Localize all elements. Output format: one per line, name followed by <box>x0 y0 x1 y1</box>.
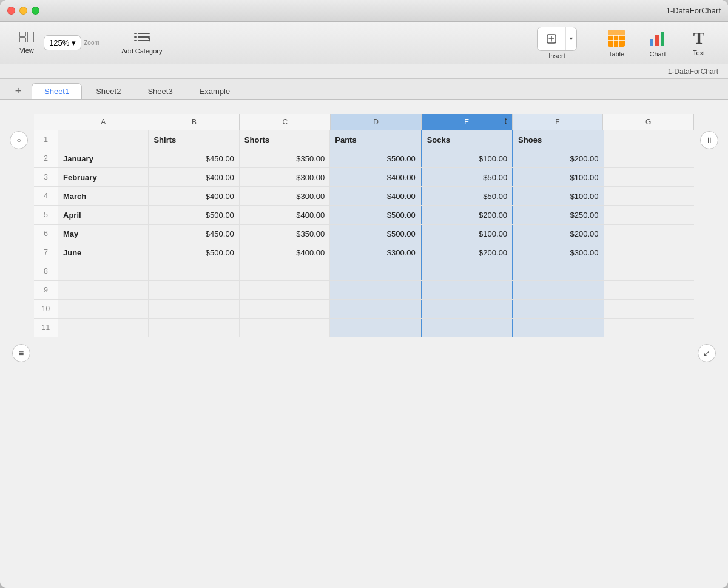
cell-1-d[interactable]: Pants <box>330 130 420 149</box>
cell-8-a[interactable] <box>58 262 149 280</box>
cell-10-g[interactable] <box>604 300 694 318</box>
tab-sheet2[interactable]: Sheet2 <box>83 83 133 99</box>
col-header-b[interactable]: B <box>149 114 240 130</box>
cell-11-c[interactable] <box>240 319 330 337</box>
cell-2-b[interactable]: $450.00 <box>149 149 239 167</box>
view-button[interactable]: View <box>10 28 44 58</box>
cell-3-f[interactable]: $100.00 <box>513 168 604 186</box>
zoom-dropdown[interactable]: 125% ▾ <box>44 35 81 50</box>
cell-11-b[interactable] <box>149 319 239 337</box>
cell-9-c[interactable] <box>240 281 330 299</box>
cell-10-c[interactable] <box>240 300 330 318</box>
col-header-d[interactable]: D <box>331 114 422 130</box>
cell-1-b[interactable]: Shirts <box>149 130 239 149</box>
cell-5-b[interactable]: $500.00 <box>149 206 239 224</box>
add-category-button[interactable]: ▾ Add Category <box>115 27 169 58</box>
cell-6-f[interactable]: $200.00 <box>513 225 604 243</box>
cell-2-g[interactable] <box>604 149 694 167</box>
cell-6-c[interactable]: $350.00 <box>240 225 330 243</box>
cell-7-a[interactable]: June <box>58 243 149 262</box>
cell-7-c[interactable]: $400.00 <box>240 243 330 262</box>
cell-8-f[interactable] <box>513 262 604 280</box>
cell-3-a[interactable]: February <box>58 168 149 186</box>
cell-6-b[interactable]: $450.00 <box>149 225 239 243</box>
cell-5-e[interactable]: $200.00 <box>421 206 513 224</box>
cell-10-d[interactable] <box>330 300 420 318</box>
cell-5-a[interactable]: April <box>58 206 149 224</box>
circle-left-button[interactable]: ○ <box>10 131 28 149</box>
cell-10-e[interactable] <box>421 300 513 318</box>
cell-8-d[interactable] <box>330 262 420 280</box>
bottom-left-button[interactable]: ≡ <box>12 344 30 362</box>
cell-5-c[interactable]: $400.00 <box>240 206 330 224</box>
cell-9-d[interactable] <box>330 281 420 299</box>
cell-1-g[interactable] <box>604 130 694 149</box>
circle-right-button[interactable]: ⏸ <box>700 131 718 149</box>
cell-4-g[interactable] <box>604 187 694 205</box>
cell-11-d[interactable] <box>330 319 420 337</box>
insert-button[interactable] <box>538 27 565 50</box>
cell-2-c[interactable]: $350.00 <box>240 149 330 167</box>
cell-2-a[interactable]: January <box>58 149 149 167</box>
cell-11-e[interactable] <box>421 319 513 337</box>
cell-7-g[interactable] <box>604 243 694 262</box>
cell-3-b[interactable]: $400.00 <box>149 168 239 186</box>
tab-example[interactable]: Example <box>187 83 243 99</box>
close-button[interactable] <box>7 7 15 15</box>
cell-7-d[interactable]: $300.00 <box>330 243 420 262</box>
cell-4-d[interactable]: $400.00 <box>330 187 420 205</box>
add-sheet-button[interactable]: + <box>10 83 27 99</box>
col-header-a[interactable]: A <box>58 114 149 130</box>
cell-5-g[interactable] <box>604 206 694 224</box>
cell-10-a[interactable] <box>58 300 149 318</box>
cell-9-f[interactable] <box>513 281 604 299</box>
cell-4-b[interactable]: $400.00 <box>149 187 239 205</box>
col-header-f[interactable]: F <box>513 114 604 130</box>
tab-sheet3[interactable]: Sheet3 <box>135 83 185 99</box>
cell-8-e[interactable] <box>421 262 513 280</box>
cell-1-e[interactable]: Socks <box>421 130 513 149</box>
cell-11-g[interactable] <box>604 319 694 337</box>
cell-1-f[interactable]: Shoes <box>513 130 604 149</box>
cell-10-f[interactable] <box>513 300 604 318</box>
bottom-right-button[interactable]: ↙ <box>698 344 716 362</box>
tab-sheet1[interactable]: Sheet1 <box>32 83 82 99</box>
cell-3-d[interactable]: $400.00 <box>330 168 420 186</box>
cell-5-d[interactable]: $500.00 <box>330 206 420 224</box>
cell-9-a[interactable] <box>58 281 149 299</box>
col-header-e[interactable]: E ↕ <box>422 114 513 130</box>
cell-9-g[interactable] <box>604 281 694 299</box>
insert-dropdown-arrow[interactable]: ▾ <box>565 27 576 50</box>
col-header-g[interactable]: G <box>603 114 694 130</box>
cell-8-c[interactable] <box>240 262 330 280</box>
cell-11-f[interactable] <box>513 319 604 337</box>
cell-8-g[interactable] <box>604 262 694 280</box>
cell-1-c[interactable]: Shorts <box>240 130 330 149</box>
cell-9-b[interactable] <box>149 281 239 299</box>
cell-3-c[interactable]: $300.00 <box>240 168 330 186</box>
maximize-button[interactable] <box>32 7 39 15</box>
col-header-c[interactable]: C <box>240 114 331 130</box>
cell-7-b[interactable]: $500.00 <box>149 243 239 262</box>
cell-6-a[interactable]: May <box>58 225 149 243</box>
cell-6-d[interactable]: $500.00 <box>330 225 420 243</box>
cell-7-f[interactable]: $300.00 <box>513 243 604 262</box>
cell-6-g[interactable] <box>604 225 694 243</box>
cell-1-a[interactable] <box>58 130 149 149</box>
cell-10-b[interactable] <box>149 300 239 318</box>
cell-3-g[interactable] <box>604 168 694 186</box>
cell-5-f[interactable]: $250.00 <box>513 206 604 224</box>
cell-11-a[interactable] <box>58 319 149 337</box>
cell-4-a[interactable]: March <box>58 187 149 205</box>
cell-8-b[interactable] <box>149 262 239 280</box>
text-button[interactable]: T Text <box>679 26 718 60</box>
cell-4-e[interactable]: $50.00 <box>421 187 513 205</box>
cell-6-e[interactable]: $100.00 <box>421 225 513 243</box>
chart-button[interactable]: Chart <box>638 25 677 61</box>
cell-2-e[interactable]: $100.00 <box>421 149 513 167</box>
table-button[interactable]: Table <box>597 25 636 61</box>
minimize-button[interactable] <box>19 7 27 15</box>
cell-2-f[interactable]: $200.00 <box>513 149 604 167</box>
cell-9-e[interactable] <box>421 281 513 299</box>
cell-4-f[interactable]: $100.00 <box>513 187 604 205</box>
